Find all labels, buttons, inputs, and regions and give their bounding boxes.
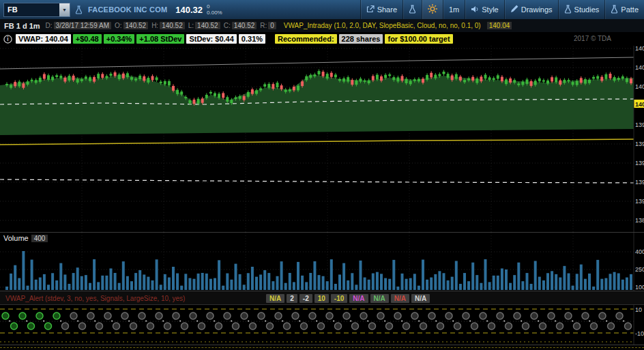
close-field: C:140.52 xyxy=(224,22,257,29)
patterns-button[interactable]: Patte xyxy=(604,0,644,19)
symbol-dropdown-caret[interactable]: ▼ xyxy=(59,3,70,16)
price-change: 0 0.00% xyxy=(207,3,222,16)
symbol-flask-icon[interactable] xyxy=(75,5,83,14)
style-label: Style xyxy=(482,5,498,14)
change-percent: 0.00% xyxy=(207,10,222,16)
vwap-info-bar: i VWAP: 140.04 +$0.48 +0.34% +1.08 StDev… xyxy=(0,32,644,46)
open-field: O:140.52 xyxy=(115,22,148,29)
volume-chart[interactable]: 400250100 xyxy=(0,233,644,291)
signal-chip-group: N/A 2 -2 10 -10 N/A N/A N/A N/A xyxy=(266,294,430,303)
main-price-chart[interactable]: 140.6140.4140.2139.8139.6139.4139.2139.0… xyxy=(0,46,644,232)
svg-text:139.2: 139.2 xyxy=(635,179,644,186)
field-label: L: xyxy=(188,22,194,29)
field-value: 140.52 xyxy=(123,22,149,29)
thinkorswim-chart-window: FB ▼ FACEBOOK INC COM 140.32 0 0.00% Sha… xyxy=(0,0,644,350)
change-pct-chip: +0.34% xyxy=(104,34,135,44)
svg-text:100: 100 xyxy=(635,284,644,291)
range-field: R:0 xyxy=(260,22,276,29)
share-icon xyxy=(366,5,375,14)
cut-off-pane-strip xyxy=(0,345,644,350)
svg-text:10: 10 xyxy=(635,306,642,313)
speaker-icon xyxy=(471,5,479,14)
beaker-button[interactable] xyxy=(402,0,422,19)
field-label: H: xyxy=(151,22,158,29)
style-button[interactable]: Style xyxy=(465,0,503,19)
volume-pane: 400250100 Volume 400 xyxy=(0,232,644,291)
symbol-input[interactable]: FB ▼ xyxy=(3,3,70,17)
field-label: O: xyxy=(115,22,122,29)
svg-text:140.6: 140.6 xyxy=(635,46,644,52)
low-field: L:140.52 xyxy=(188,22,220,29)
svg-text:138.8: 138.8 xyxy=(635,217,644,224)
gear-icon xyxy=(428,4,437,15)
signal-chip: N/A xyxy=(266,294,284,303)
info-icon[interactable]: i xyxy=(3,35,12,44)
volume-label-group: Volume 400 xyxy=(3,234,48,242)
drawings-button[interactable]: Drawings xyxy=(504,0,558,19)
signal-chip: N/A xyxy=(411,294,430,303)
target-chip: for $100.00 target xyxy=(385,34,452,44)
share-label: Share xyxy=(377,5,397,14)
field-label: C: xyxy=(224,22,231,29)
last-price: 140.32 xyxy=(175,5,203,15)
field-value: 140.52 xyxy=(195,22,220,29)
field-label: R: xyxy=(260,22,267,29)
tda-watermark: 2017 © TDA xyxy=(574,35,611,42)
studies-label: Studies xyxy=(574,5,600,14)
timeframe-label: 1m xyxy=(449,5,459,14)
change-chip: +$0.48 xyxy=(73,34,102,44)
settings-button[interactable] xyxy=(422,0,443,19)
svg-text:140.04: 140.04 xyxy=(635,101,644,108)
date-field: D:3/28/17 12:59 AM xyxy=(46,22,111,29)
signal-study-label[interactable]: VWAP_Alert (stdev, 3, no, yes, Signals, … xyxy=(5,295,185,302)
field-value: 140.52 xyxy=(232,22,257,29)
svg-text:i: i xyxy=(7,35,8,42)
cut-off-pane-divider xyxy=(0,347,644,348)
chart-title: FB 1 d 1m xyxy=(4,22,40,30)
svg-text:139.4: 139.4 xyxy=(635,160,644,166)
signal-chip: N/A xyxy=(370,294,389,303)
svg-text:400: 400 xyxy=(635,248,644,255)
stdev-pct-chip: 0.31% xyxy=(239,34,265,44)
svg-text:140.2: 140.2 xyxy=(635,83,644,90)
studies-button[interactable]: Studies xyxy=(558,0,605,19)
field-label: D: xyxy=(46,22,53,29)
field-value: 140.52 xyxy=(160,22,185,29)
svg-text:139.0: 139.0 xyxy=(635,198,644,205)
pencil-icon xyxy=(510,5,518,14)
company-name: FACEBOOK INC COM xyxy=(88,5,167,14)
signal-chip: -10 xyxy=(331,294,347,303)
vwap-value-chip: VWAP: 140.04 xyxy=(16,34,71,44)
patterns-label: Patte xyxy=(621,5,639,14)
stdev-chip: StDev: $0.44 xyxy=(186,34,236,44)
flask-icon xyxy=(611,5,618,15)
svg-text:250: 250 xyxy=(635,266,644,273)
recommended-label-chip: Recommended: xyxy=(275,34,337,44)
top-toolbar: FB ▼ FACEBOOK INC COM 140.32 0 0.00% Sha… xyxy=(0,0,644,20)
flask-icon xyxy=(409,5,416,15)
change-value: 0 xyxy=(207,3,222,10)
toolbar-buttons: Share 1m Style Drawings Studies xyxy=(360,0,644,19)
signal-chip: N/A xyxy=(391,294,409,303)
volume-value: 400 xyxy=(31,235,48,242)
drawings-label: Drawings xyxy=(521,5,553,14)
field-value: 0 xyxy=(268,22,276,29)
symbol-text: FB xyxy=(4,5,59,14)
stdev-move-chip: +1.08 StDev xyxy=(136,34,184,44)
high-field: H:140.52 xyxy=(151,22,185,29)
svg-text:140.4: 140.4 xyxy=(635,64,644,71)
signal-chip: 10 xyxy=(314,294,329,303)
signal-dots-chart[interactable]: 10-10 xyxy=(0,305,644,345)
chart-header-row: FB 1 d 1m D:3/28/17 12:59 AM O:140.52 H:… xyxy=(0,19,644,32)
svg-text:139.8: 139.8 xyxy=(635,121,644,128)
signal-study-row: VWAP_Alert (stdev, 3, no, yes, Signals, … xyxy=(0,291,644,305)
field-value: 3/28/17 12:59 AM xyxy=(54,22,111,29)
shares-chip: 228 shares xyxy=(339,34,383,44)
volume-label: Volume xyxy=(3,234,29,242)
signal-chip: N/A xyxy=(349,294,368,303)
timeframe-button[interactable]: 1m xyxy=(443,0,465,19)
vwap-study-value: 140.04 xyxy=(487,22,512,29)
share-button[interactable]: Share xyxy=(360,0,402,19)
svg-text:-10: -10 xyxy=(635,330,644,337)
vwap-study-label[interactable]: VWAP_Intraday (1.0, 2.0, DAY, SlopeBasic… xyxy=(284,22,481,29)
